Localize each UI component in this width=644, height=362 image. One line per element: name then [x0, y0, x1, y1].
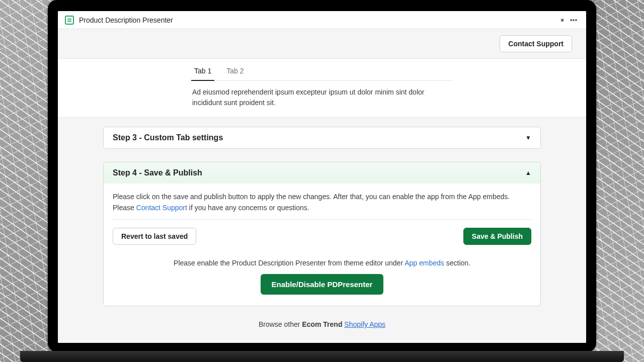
- step3-header[interactable]: Step 3 - Custom Tab settings ▼: [104, 127, 540, 148]
- step4-accordion: Step 4 - Save & Publish ▲ Please click o…: [103, 162, 541, 306]
- app-title: Product Description Presenter: [79, 16, 173, 24]
- step4-desc-text-2: if you have any concerns or questions.: [187, 204, 309, 212]
- enable-text: Please enable the Product Description Pr…: [113, 258, 531, 269]
- step4-body: Please click on the save and publish but…: [104, 184, 540, 306]
- tabs-row: Tab 1 Tab 2: [191, 62, 453, 81]
- divider: [113, 219, 531, 220]
- subheader: Contact Support: [58, 29, 586, 59]
- step3-accordion: Step 3 - Custom Tab settings ▼: [103, 127, 541, 149]
- tabs-panel: Tab 1 Tab 2 Ad eiusmod reprehenderit ips…: [58, 59, 586, 118]
- shopify-apps-link[interactable]: Shopify Apps: [344, 320, 385, 328]
- step4-description: Please click on the save and publish but…: [113, 192, 531, 213]
- enable-text-post: section.: [444, 259, 470, 267]
- chevron-up-icon: ▲: [525, 169, 531, 176]
- more-icon[interactable]: •••: [568, 16, 579, 24]
- save-publish-button[interactable]: Save & Publish: [463, 228, 531, 245]
- contact-support-link[interactable]: Contact Support: [136, 204, 187, 212]
- footer-brand: Ecom Trend: [302, 320, 342, 328]
- pin-icon[interactable]: ✦: [557, 16, 568, 24]
- main-area: Step 3 - Custom Tab settings ▼ Step 4 - …: [58, 118, 586, 343]
- step4-actions: Revert to last saved Save & Publish: [113, 228, 531, 245]
- chevron-down-icon: ▼: [525, 134, 531, 141]
- step3-title: Step 3 - Custom Tab settings: [113, 133, 223, 142]
- laptop-frame: Product Description Presenter ✦ ••• Cont…: [48, 0, 596, 352]
- laptop-base: [20, 351, 624, 362]
- enable-block: Please enable the Product Description Pr…: [113, 258, 531, 295]
- step4-title: Step 4 - Save & Publish: [113, 168, 202, 177]
- titlebar: Product Description Presenter ✦ •••: [58, 11, 586, 29]
- footer-pre: Browse other: [259, 320, 302, 328]
- tab-content: Ad eiusmod reprehenderit ipsum excepteur…: [191, 81, 453, 108]
- enable-text-pre: Please enable the Product Description Pr…: [174, 259, 405, 267]
- revert-button[interactable]: Revert to last saved: [113, 228, 196, 245]
- app-icon: [65, 16, 74, 25]
- tab-2[interactable]: Tab 2: [223, 62, 247, 81]
- contact-support-button[interactable]: Contact Support: [500, 35, 572, 52]
- app-embeds-link[interactable]: App embeds: [405, 259, 444, 267]
- footer-text: Browse other Ecom Trend Shopify Apps: [103, 320, 541, 328]
- enable-disable-button[interactable]: Enable/Disable PDPresenter: [261, 274, 384, 295]
- tab-1[interactable]: Tab 1: [191, 62, 214, 81]
- screen: Product Description Presenter ✦ ••• Cont…: [58, 11, 586, 343]
- step4-header[interactable]: Step 4 - Save & Publish ▲: [104, 162, 540, 184]
